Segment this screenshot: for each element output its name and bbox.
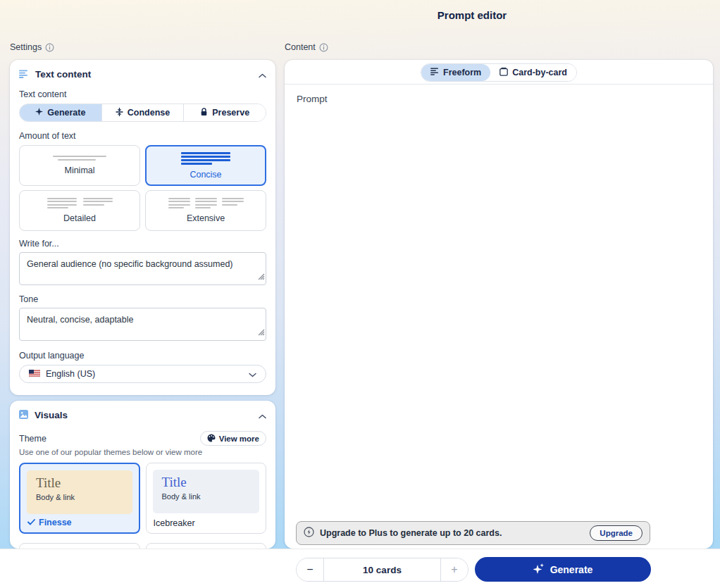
mode-preserve-button[interactable]: Preserve <box>184 104 266 121</box>
tone-label: Tone <box>19 294 266 304</box>
condense-icon <box>116 108 123 118</box>
upgrade-button[interactable]: Upgrade <box>590 525 643 541</box>
sparkle-icon <box>35 108 43 118</box>
write-for-input[interactable]: General audience (no specific background… <box>19 252 266 285</box>
extensive-lines-icon <box>168 198 244 208</box>
mode-preserve-label: Preserve <box>212 108 249 118</box>
amount-extensive-label: Extensive <box>187 213 225 223</box>
amount-minimal-label: Minimal <box>64 165 94 175</box>
upgrade-bolt-icon <box>304 527 314 540</box>
check-icon <box>27 518 35 527</box>
concise-lines-icon <box>181 152 230 165</box>
theme-card-partial[interactable] <box>146 543 267 549</box>
tab-card-by-card[interactable]: Card-by-card <box>490 64 576 81</box>
prompt-editor-dialog: Prompt editor Settings Content Text cont… <box>0 0 720 588</box>
text-lines-icon <box>19 68 29 81</box>
write-for-label: Write for... <box>19 239 266 249</box>
icebreaker-preview: Title Body & link <box>153 470 260 513</box>
sparkles-icon <box>533 563 545 576</box>
generate-button[interactable]: Generate <box>475 557 651 582</box>
content-label-text: Content <box>285 42 316 52</box>
theme-name-label: Finesse <box>39 518 72 527</box>
content-tabs: Freeform Card-by-card <box>421 63 577 82</box>
decrement-cards-button[interactable]: − <box>297 558 324 581</box>
mode-condense-button[interactable]: Condense <box>101 104 185 121</box>
tone-input[interactable]: Neutral, concise, adaptable <box>19 308 266 341</box>
palette-icon <box>207 434 216 444</box>
finesse-preview: Title Body & link <box>27 470 132 514</box>
amount-concise-label: Concise <box>190 170 221 180</box>
page-title: Prompt editor <box>437 9 507 21</box>
output-language-label: Output language <box>19 351 266 361</box>
mode-condense-label: Condense <box>128 108 170 118</box>
text-content-section: Text content Text content Generate Conde… <box>10 60 275 395</box>
theme-label: Theme <box>19 434 200 444</box>
preview-title: Title <box>162 475 260 490</box>
amount-minimal-card[interactable]: Minimal <box>19 145 140 186</box>
content-panel-label: Content <box>285 42 328 52</box>
tab-card-by-card-label: Card-by-card <box>512 68 567 77</box>
amount-concise-card[interactable]: Concise <box>145 145 266 186</box>
preview-title: Title <box>36 475 132 491</box>
prompt-input[interactable] <box>297 109 701 482</box>
content-panel: Freeform Card-by-card Prompt Upgrade to … <box>285 60 713 549</box>
mode-label: Text content <box>19 89 266 99</box>
us-flag-icon <box>29 368 40 380</box>
upgrade-message: Upgrade to Plus to generate up to 20 car… <box>320 528 584 538</box>
card-icon <box>499 68 508 78</box>
view-more-label: View more <box>219 434 259 443</box>
image-icon <box>19 409 28 422</box>
prompt-label: Prompt <box>297 94 328 104</box>
freeform-lines-icon <box>430 68 439 77</box>
section-title: Visuals <box>35 410 252 420</box>
detailed-lines-icon <box>47 198 113 208</box>
card-count-value: 10 cards <box>324 558 440 581</box>
info-icon[interactable] <box>319 43 328 52</box>
theme-card-icebreaker[interactable]: Title Body & link Icebreaker <box>146 463 267 534</box>
mode-generate-label: Generate <box>47 108 85 118</box>
theme-name-label: Icebreaker <box>154 518 195 528</box>
theme-card-finesse[interactable]: Title Body & link Finesse <box>19 463 140 534</box>
visuals-section: Visuals Theme View more Use one of our p… <box>10 401 275 549</box>
upgrade-banner: Upgrade to Plus to generate up to 20 car… <box>296 521 650 545</box>
mode-generate-button[interactable]: Generate <box>20 104 101 121</box>
increment-cards-button[interactable]: + <box>440 558 468 581</box>
amount-label: Amount of text <box>19 131 266 141</box>
tab-freeform[interactable]: Freeform <box>421 64 490 81</box>
amount-detailed-card[interactable]: Detailed <box>19 190 140 231</box>
theme-card-partial[interactable] <box>19 543 140 549</box>
output-language-value: English (US) <box>46 369 243 379</box>
preview-body: Body & link <box>36 493 132 501</box>
chevron-down-icon <box>249 368 256 380</box>
output-language-select[interactable]: English (US) <box>19 365 266 383</box>
section-title: Text content <box>35 69 252 80</box>
generate-label: Generate <box>550 564 593 575</box>
footer-bar: − 10 cards + Generate <box>0 549 720 588</box>
text-mode-control: Generate Condense Preserve <box>19 104 266 122</box>
settings-label-text: Settings <box>10 42 42 52</box>
lock-icon <box>200 108 208 118</box>
view-more-button[interactable]: View more <box>200 431 266 446</box>
minimal-lines-icon <box>53 156 106 161</box>
theme-hint: Use one of our popular themes below or v… <box>19 448 266 456</box>
tab-freeform-label: Freeform <box>443 68 481 77</box>
chevron-up-icon[interactable] <box>259 68 266 81</box>
amount-detailed-label: Detailed <box>63 213 96 223</box>
preview-body: Body & link <box>162 492 260 501</box>
settings-panel-label: Settings <box>10 42 54 52</box>
theme-grid: Title Body & link Finesse Title Body & l… <box>19 463 266 549</box>
info-icon[interactable] <box>45 43 54 52</box>
card-count-stepper: − 10 cards + <box>296 558 468 582</box>
amount-extensive-card[interactable]: Extensive <box>145 190 266 231</box>
chevron-up-icon[interactable] <box>259 409 266 422</box>
amount-grid: Minimal Concise Detailed <box>19 145 266 231</box>
divider <box>285 84 713 85</box>
